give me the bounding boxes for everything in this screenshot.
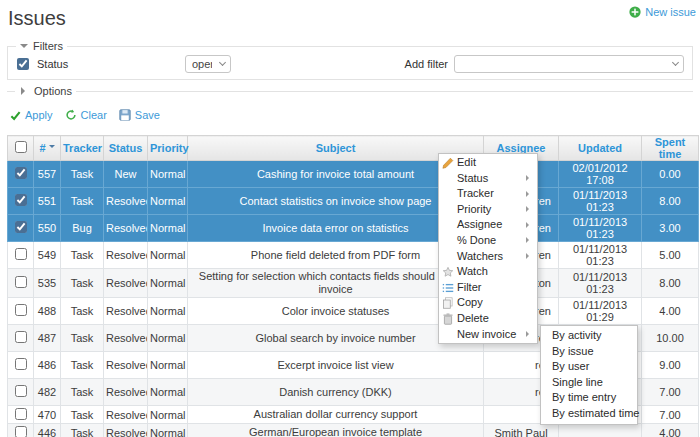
- tracker-cell: Task: [61, 379, 104, 406]
- issue-id-cell[interactable]: 487: [34, 325, 61, 352]
- issue-id-cell[interactable]: 557: [34, 161, 61, 188]
- issue-id-cell[interactable]: 551: [34, 188, 61, 215]
- new-issue-button[interactable]: New issue: [629, 6, 696, 18]
- column-header-updated[interactable]: Updated: [559, 136, 642, 161]
- column-label: Subject: [316, 142, 356, 154]
- issue-id-cell[interactable]: 550: [34, 215, 61, 242]
- priority-cell: Normal: [148, 215, 188, 242]
- row-select-checkbox[interactable]: [15, 276, 27, 288]
- menu-item-label: Assignee: [457, 218, 502, 230]
- column-header-tracker[interactable]: Tracker: [61, 136, 104, 161]
- menu-item-assignee[interactable]: Assignee: [439, 217, 537, 233]
- clear-button[interactable]: Clear: [65, 109, 107, 121]
- tracker-cell: Task: [61, 298, 104, 325]
- status-operator-select[interactable]: open: [185, 55, 231, 73]
- submenu-item-by-estimated-time[interactable]: By estimated time: [541, 406, 637, 422]
- issue-id-cell[interactable]: 486: [34, 352, 61, 379]
- page-title: Issues: [0, 0, 700, 30]
- subject-cell[interactable]: Australian dollar currency support: [188, 406, 484, 424]
- column-label: Updated: [578, 142, 622, 154]
- subject-cell[interactable]: German/European invoice template: [188, 424, 484, 437]
- row-select-checkbox[interactable]: [15, 358, 27, 370]
- issue-row-551[interactable]: 551TaskResolvedNormalContact statistics …: [8, 188, 699, 215]
- priority-cell: Normal: [148, 298, 188, 325]
- submenu-item-single-line[interactable]: Single line: [541, 375, 637, 391]
- column-label: Priority: [150, 142, 189, 154]
- tracker-cell: Bug: [61, 215, 104, 242]
- menu-item-label: Edit: [457, 156, 476, 168]
- menu-item-edit[interactable]: Edit: [439, 155, 537, 171]
- column-header-[interactable]: #: [34, 136, 61, 161]
- options-legend[interactable]: Options: [15, 85, 76, 97]
- filters-legend[interactable]: Filters: [16, 40, 67, 52]
- menu-item-delete[interactable]: Delete: [439, 311, 537, 327]
- priority-cell: Normal: [148, 188, 188, 215]
- menu-item-label: % Done: [457, 234, 496, 246]
- collapse-arrow-icon: [20, 44, 28, 52]
- priority-cell: Normal: [148, 406, 188, 424]
- issue-id-cell[interactable]: 482: [34, 379, 61, 406]
- column-header-priority[interactable]: Priority: [148, 136, 188, 161]
- issue-row-446[interactable]: 446TaskResolvedNormalGerman/European inv…: [8, 424, 699, 437]
- column-header-status[interactable]: Status: [104, 136, 148, 161]
- row-select-checkbox[interactable]: [15, 304, 27, 316]
- apply-button[interactable]: Apply: [10, 109, 53, 121]
- checkbox-cell: [8, 379, 34, 406]
- issue-id-cell[interactable]: 535: [34, 269, 61, 298]
- menu-item-copy[interactable]: Copy: [439, 295, 537, 311]
- header-row: #TrackerStatusPrioritySubjectAssigneeUpd…: [8, 136, 699, 161]
- context-menu: EditStatusTrackerPriorityAssignee% DoneW…: [438, 153, 538, 344]
- issue-id-cell[interactable]: 488: [34, 298, 61, 325]
- issue-row-549[interactable]: 549TaskResolvedNormalPhone field deleted…: [8, 242, 699, 269]
- menu-item-label: Priority: [457, 203, 491, 215]
- row-select-checkbox[interactable]: [15, 331, 27, 343]
- submenu-item-by-activity[interactable]: By activity: [541, 328, 637, 344]
- spent-time-cell: 3.00: [642, 215, 699, 242]
- row-select-checkbox[interactable]: [15, 221, 27, 233]
- subject-cell[interactable]: Danish currency (DKK): [188, 379, 484, 406]
- menu-item-done[interactable]: % Done: [439, 233, 537, 249]
- menu-item-watch[interactable]: Watch: [439, 264, 537, 280]
- issue-id-cell[interactable]: 446: [34, 424, 61, 437]
- row-select-checkbox[interactable]: [15, 248, 27, 260]
- status-filter-row: Status open Add filter: [16, 55, 684, 73]
- subject-cell[interactable]: Excerpt invoice list view: [188, 352, 484, 379]
- menu-item-tracker[interactable]: Tracker: [439, 186, 537, 202]
- updated-cell: 01/11/2013 01:23: [559, 215, 642, 242]
- updated-cell: 01/11/2013 01:23: [559, 242, 642, 269]
- checkbox-cell: [8, 352, 34, 379]
- submenu-item-by-user[interactable]: By user: [541, 359, 637, 375]
- status-filter-label[interactable]: Status: [37, 58, 185, 70]
- issue-row-488[interactable]: 488TaskResolvedNormalColor invoice statu…: [8, 298, 699, 325]
- status-cell: Resolved: [104, 379, 148, 406]
- menu-item-status[interactable]: Status: [439, 171, 537, 187]
- column-label: Spent time: [655, 136, 686, 160]
- submenu-item-by-issue[interactable]: By issue: [541, 344, 637, 360]
- issue-id-cell[interactable]: 549: [34, 242, 61, 269]
- options-fieldset: Options: [7, 85, 693, 97]
- status-cell: Resolved: [104, 269, 148, 298]
- submenu-item-by-time-entry[interactable]: By time entry: [541, 390, 637, 406]
- menu-item-new-invoice[interactable]: New invoice: [439, 327, 537, 343]
- menu-item-priority[interactable]: Priority: [439, 202, 537, 218]
- menu-item-watchers[interactable]: Watchers: [439, 249, 537, 265]
- issue-row-535[interactable]: 535TaskResolvedNormalSetting for selecti…: [8, 269, 699, 298]
- issue-id-cell[interactable]: 470: [34, 406, 61, 424]
- updated-cell: 02/01/2012 17:08: [559, 161, 642, 188]
- row-select-checkbox[interactable]: [15, 167, 27, 179]
- menu-item-filter[interactable]: Filter: [439, 280, 537, 296]
- add-filter-select[interactable]: [454, 55, 684, 73]
- row-select-checkbox[interactable]: [15, 385, 27, 397]
- status-filter-checkbox[interactable]: [17, 58, 29, 70]
- row-select-checkbox[interactable]: [15, 408, 27, 420]
- status-cell: Resolved: [104, 406, 148, 424]
- spent-time-cell: 4.00: [642, 424, 699, 437]
- issue-row-550[interactable]: 550BugResolvedNormalInvoice data error o…: [8, 215, 699, 242]
- trash-icon: [442, 313, 454, 325]
- select-all-checkbox[interactable]: [15, 141, 27, 153]
- issue-row-557[interactable]: 557TaskNewNormalCashing for invoice tota…: [8, 161, 699, 188]
- column-header-spent-time[interactable]: Spent time: [642, 136, 699, 161]
- row-select-checkbox[interactable]: [15, 194, 27, 206]
- save-button[interactable]: Save: [119, 109, 160, 121]
- row-select-checkbox[interactable]: [15, 426, 27, 437]
